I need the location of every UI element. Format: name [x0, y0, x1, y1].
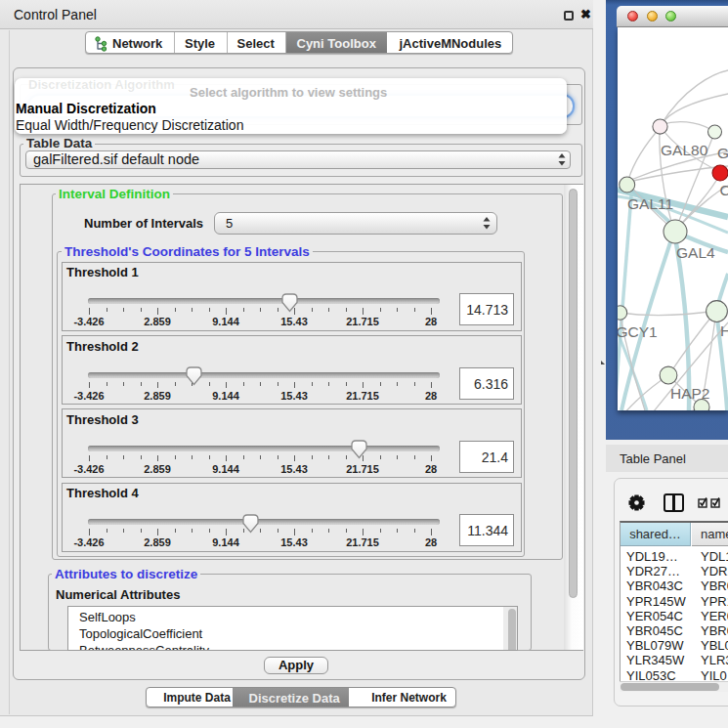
svg-text:HAP2: HAP2	[670, 385, 710, 402]
svg-text:GCY1: GCY1	[618, 323, 658, 340]
svg-text:GAL11: GAL11	[627, 195, 673, 212]
svg-text:H: H	[720, 322, 728, 339]
svg-text:CY: CY	[720, 182, 728, 198]
svg-text:GAL: GAL	[717, 145, 728, 161]
svg-text:GAL80: GAL80	[661, 142, 708, 158]
svg-text:GAL4: GAL4	[676, 244, 715, 261]
